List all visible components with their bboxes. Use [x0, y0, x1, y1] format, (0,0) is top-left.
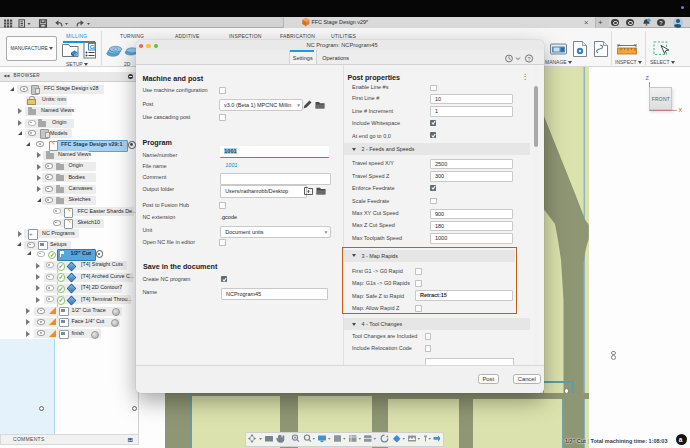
svg-text:G: G: [90, 44, 95, 50]
svg-text:?: ?: [528, 55, 531, 61]
